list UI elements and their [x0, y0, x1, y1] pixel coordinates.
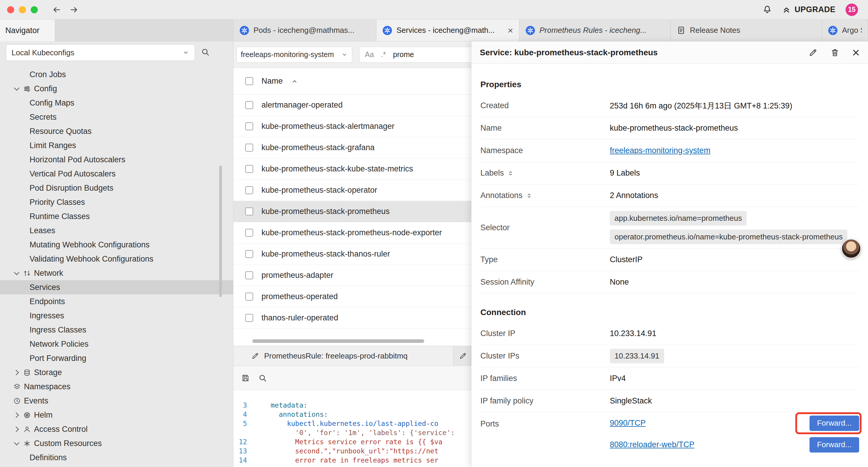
- regex-toggle[interactable]: .*: [381, 50, 386, 59]
- sidebar-item-ingresses[interactable]: Ingresses: [0, 309, 233, 323]
- sidebar-item-helm[interactable]: Helm: [0, 408, 233, 422]
- row-checkbox[interactable]: [245, 122, 253, 130]
- chevron-down-icon: [341, 52, 348, 58]
- sidebar-item-runtime-classes[interactable]: Runtime Classes: [0, 209, 233, 224]
- row-checkbox[interactable]: [245, 165, 253, 173]
- horizontal-scrollbar[interactable]: [252, 339, 424, 343]
- tab-services[interactable]: Services - icecheng@math... ×: [376, 20, 519, 41]
- row-checkbox[interactable]: [245, 314, 253, 322]
- sidebar-item-endpoints[interactable]: Endpoints: [0, 294, 233, 309]
- expand-collapse-icon[interactable]: [526, 192, 533, 199]
- editor-tab-partial[interactable]: [454, 346, 471, 366]
- vertical-scrollbar[interactable]: [219, 166, 222, 297]
- row-checkbox[interactable]: [245, 101, 253, 109]
- sidebar-item-port-forwarding[interactable]: Port Forwarding: [0, 351, 233, 365]
- notification-count-badge[interactable]: 15: [845, 4, 858, 16]
- row-checkbox[interactable]: [245, 144, 253, 152]
- row-checkbox[interactable]: [245, 250, 253, 258]
- expand-collapse-icon[interactable]: [507, 170, 514, 177]
- forward-button[interactable]: Forward...: [809, 437, 859, 453]
- service-row-selected[interactable]: kube-prometheus-stack-prometheus: [234, 201, 471, 222]
- property-row-type: Type ClusterIP: [480, 249, 859, 271]
- tab-close-icon[interactable]: ×: [505, 26, 513, 35]
- yaml-editor[interactable]: 3metadata: 4 annotations: 5 kubectl.kube…: [234, 390, 471, 467]
- case-sensitive-toggle[interactable]: Aa: [365, 50, 374, 59]
- service-row[interactable]: kube-prometheus-stack-prometheus-node-ex…: [234, 222, 471, 243]
- search-input[interactable]: Aa .* prome: [359, 47, 471, 63]
- storage-icon: [23, 369, 31, 377]
- editor-tab-prometheusrule[interactable]: PrometheusRule: freeleaps-prod-rabbitmq: [234, 346, 454, 366]
- notifications-button[interactable]: [763, 4, 772, 15]
- sidebar-item-mutating-webhook-configurations[interactable]: Mutating Webhook Configurations: [0, 238, 233, 252]
- forward-button[interactable]: Forward...: [809, 415, 859, 431]
- sidebar-item-leases[interactable]: Leases: [0, 224, 233, 238]
- sidebar-item-network-policies[interactable]: Network Policies: [0, 337, 233, 351]
- sidebar-item-ingress-classes[interactable]: Ingress Classes: [0, 323, 233, 337]
- forward-arrow-icon[interactable]: [69, 5, 79, 14]
- row-checkbox[interactable]: [245, 207, 253, 215]
- row-checkbox[interactable]: [245, 271, 253, 279]
- sidebar-item-limit-ranges[interactable]: Limit Ranges: [0, 138, 233, 152]
- search-icon[interactable]: [258, 374, 267, 382]
- minimize-window-button[interactable]: [19, 6, 26, 13]
- back-arrow-icon[interactable]: [52, 5, 61, 14]
- tab-pods[interactable]: Pods - icecheng@mathmas...: [234, 20, 376, 41]
- kubeconfig-dropdown[interactable]: Local Kubeconfigs: [6, 44, 195, 61]
- sidebar-item-priority-classes[interactable]: Priority Classes: [0, 195, 233, 209]
- sidebar-item-pod-disruption-budgets[interactable]: Pod Disruption Budgets: [0, 181, 233, 195]
- edit-icon[interactable]: [808, 48, 818, 57]
- sidebar-item-definitions[interactable]: Definitions: [0, 450, 233, 465]
- sidebar-item-storage[interactable]: Storage: [0, 365, 233, 380]
- sidebar-search-button[interactable]: [201, 48, 210, 58]
- tab-prometheus-rules[interactable]: Prometheus Rules - icecheng...: [519, 20, 671, 41]
- close-icon[interactable]: ×: [852, 46, 860, 59]
- sidebar-item-horizontal-pod-autoscalers[interactable]: Horizontal Pod Autoscalers: [0, 152, 233, 167]
- service-row[interactable]: prometheus-operated: [234, 286, 471, 308]
- labels-count[interactable]: 9 Labels: [610, 169, 640, 178]
- sidebar-item-vertical-pod-autoscalers[interactable]: Vertical Pod Autoscalers: [0, 167, 233, 181]
- namespace-link[interactable]: freeleaps-monitoring-system: [610, 146, 711, 155]
- service-row[interactable]: kube-prometheus-stack-kube-state-metrics: [234, 158, 471, 180]
- tab-argo[interactable]: Argo Se: [822, 20, 868, 41]
- row-checkbox[interactable]: [245, 293, 253, 300]
- kubernetes-icon: [525, 25, 535, 35]
- service-row[interactable]: thanos-ruler-operated: [234, 308, 471, 329]
- sidebar-item-config-maps[interactable]: Config Maps: [0, 96, 233, 110]
- service-row[interactable]: kube-prometheus-stack-thanos-ruler: [234, 243, 471, 265]
- service-row[interactable]: alertmanager-operated: [234, 95, 471, 116]
- window-controls: [7, 6, 38, 13]
- tab-release-notes[interactable]: Release Notes: [671, 20, 822, 41]
- port-line: 9090/TCP Forward...: [610, 412, 859, 434]
- sidebar-item-cron-jobs[interactable]: Cron Jobs: [0, 67, 233, 82]
- service-row[interactable]: kube-prometheus-stack-operator: [234, 180, 471, 201]
- sidebar-item-resource-quotas[interactable]: Resource Quotas: [0, 124, 233, 138]
- sidebar-item-access-control[interactable]: Access Control: [0, 422, 233, 436]
- service-row[interactable]: kube-prometheus-stack-grafana: [234, 137, 471, 158]
- sidebar-item-events[interactable]: Events: [0, 394, 233, 408]
- namespace-dropdown[interactable]: freeleaps-monitoring-system: [236, 47, 352, 63]
- annotations-count[interactable]: 2 Annotations: [610, 191, 658, 200]
- column-header-name[interactable]: Name: [261, 77, 283, 86]
- sidebar-item-namespaces[interactable]: Namespaces: [0, 380, 233, 394]
- port-link[interactable]: 9090/TCP: [610, 418, 646, 428]
- service-row[interactable]: prometheus-adapter: [234, 265, 471, 286]
- sidebar-item-custom-resources[interactable]: Custom Resources: [0, 436, 233, 450]
- sidebar-item-secrets[interactable]: Secrets: [0, 110, 233, 124]
- sidebar-item-services[interactable]: Services: [0, 280, 233, 294]
- sidebar-item-config[interactable]: Config: [0, 82, 233, 96]
- row-checkbox[interactable]: [245, 229, 253, 237]
- sort-ascending-icon[interactable]: [291, 78, 298, 85]
- row-checkbox[interactable]: [245, 186, 253, 194]
- select-all-checkbox[interactable]: [245, 77, 253, 85]
- port-link[interactable]: 8080:reloader-web/TCP: [610, 440, 694, 449]
- session-affinity-value: None: [610, 278, 629, 287]
- service-row[interactable]: kube-prometheus-stack-alertmanager: [234, 116, 471, 137]
- sidebar-item-network[interactable]: Network: [0, 266, 233, 280]
- zoom-window-button[interactable]: [31, 6, 38, 13]
- upgrade-button[interactable]: UPGRADE: [782, 5, 836, 14]
- save-icon[interactable]: [241, 374, 250, 382]
- delete-icon[interactable]: [830, 48, 840, 57]
- avatar[interactable]: [841, 239, 861, 258]
- close-window-button[interactable]: [7, 6, 14, 13]
- sidebar-item-validating-webhook-configurations[interactable]: Validating Webhook Configurations: [0, 252, 233, 266]
